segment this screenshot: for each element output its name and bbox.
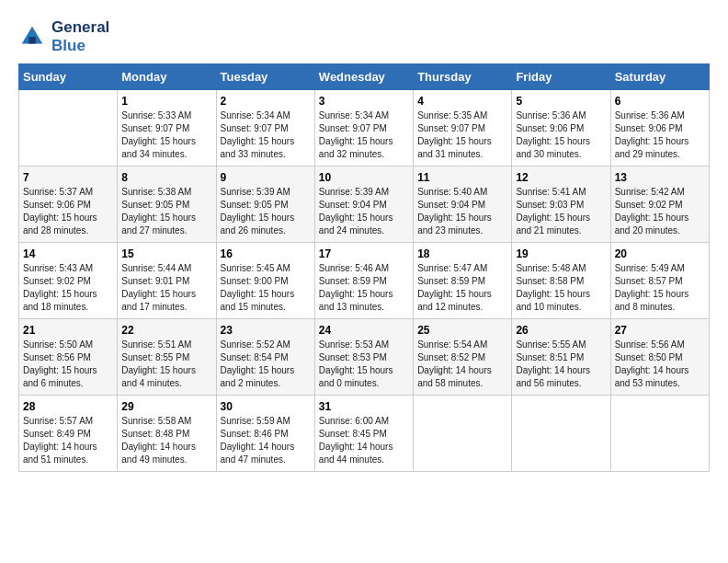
day-number: 10 bbox=[319, 171, 409, 184]
day-number: 23 bbox=[221, 324, 311, 337]
day-info: Sunrise: 5:34 AM Sunset: 9:07 PM Dayligh… bbox=[319, 109, 409, 161]
day-number: 30 bbox=[221, 400, 311, 413]
day-cell: 28Sunrise: 5:57 AM Sunset: 8:49 PM Dayli… bbox=[19, 396, 118, 472]
day-cell: 14Sunrise: 5:43 AM Sunset: 9:02 PM Dayli… bbox=[19, 243, 118, 319]
day-number: 7 bbox=[23, 171, 113, 184]
day-info: Sunrise: 5:56 AM Sunset: 8:50 PM Dayligh… bbox=[615, 339, 705, 390]
day-cell: 5Sunrise: 5:36 AM Sunset: 9:06 PM Daylig… bbox=[512, 90, 610, 167]
week-row-2: 7Sunrise: 5:37 AM Sunset: 9:06 PM Daylig… bbox=[19, 167, 710, 243]
day-cell: 17Sunrise: 5:46 AM Sunset: 8:59 PM Dayli… bbox=[314, 243, 413, 319]
day-number: 8 bbox=[121, 171, 211, 184]
day-cell: 4Sunrise: 5:35 AM Sunset: 9:07 PM Daylig… bbox=[414, 90, 512, 167]
day-cell: 29Sunrise: 5:58 AM Sunset: 8:48 PM Dayli… bbox=[118, 396, 216, 472]
day-cell: 1Sunrise: 5:33 AM Sunset: 9:07 PM Daylig… bbox=[118, 90, 216, 167]
day-cell bbox=[512, 396, 610, 472]
day-cell: 11Sunrise: 5:40 AM Sunset: 9:04 PM Dayli… bbox=[414, 167, 512, 243]
header-cell-tuesday: Tuesday bbox=[216, 64, 314, 90]
day-info: Sunrise: 5:39 AM Sunset: 9:04 PM Dayligh… bbox=[319, 186, 409, 237]
day-info: Sunrise: 5:45 AM Sunset: 9:00 PM Dayligh… bbox=[221, 262, 311, 314]
header-cell-monday: Monday bbox=[118, 64, 216, 90]
day-number: 17 bbox=[319, 247, 409, 260]
day-number: 20 bbox=[615, 247, 705, 260]
day-number: 21 bbox=[23, 324, 113, 337]
header-cell-thursday: Thursday bbox=[414, 64, 512, 90]
day-info: Sunrise: 5:43 AM Sunset: 9:02 PM Dayligh… bbox=[23, 262, 113, 314]
day-cell: 20Sunrise: 5:49 AM Sunset: 8:57 PM Dayli… bbox=[610, 243, 709, 319]
day-cell: 18Sunrise: 5:47 AM Sunset: 8:59 PM Dayli… bbox=[414, 243, 512, 319]
day-number: 29 bbox=[121, 400, 211, 413]
day-info: Sunrise: 5:49 AM Sunset: 8:57 PM Dayligh… bbox=[615, 262, 705, 314]
day-cell: 19Sunrise: 5:48 AM Sunset: 8:58 PM Dayli… bbox=[512, 243, 610, 319]
calendar-body: 1Sunrise: 5:33 AM Sunset: 9:07 PM Daylig… bbox=[19, 90, 710, 472]
page-header: General Blue bbox=[18, 18, 710, 54]
day-info: Sunrise: 5:36 AM Sunset: 9:06 PM Dayligh… bbox=[615, 109, 705, 161]
day-cell: 26Sunrise: 5:55 AM Sunset: 8:51 PM Dayli… bbox=[512, 319, 610, 396]
week-row-1: 1Sunrise: 5:33 AM Sunset: 9:07 PM Daylig… bbox=[19, 90, 710, 167]
day-number: 4 bbox=[417, 95, 507, 108]
day-info: Sunrise: 6:00 AM Sunset: 8:45 PM Dayligh… bbox=[319, 415, 409, 466]
day-cell: 22Sunrise: 5:51 AM Sunset: 8:55 PM Dayli… bbox=[118, 319, 216, 396]
day-cell: 30Sunrise: 5:59 AM Sunset: 8:46 PM Dayli… bbox=[216, 396, 314, 472]
logo-text: General Blue bbox=[51, 18, 109, 54]
day-number: 27 bbox=[615, 324, 705, 337]
day-info: Sunrise: 5:44 AM Sunset: 9:01 PM Dayligh… bbox=[121, 262, 211, 314]
day-info: Sunrise: 5:51 AM Sunset: 8:55 PM Dayligh… bbox=[121, 339, 211, 390]
day-cell: 16Sunrise: 5:45 AM Sunset: 9:00 PM Dayli… bbox=[216, 243, 314, 319]
day-cell bbox=[19, 90, 118, 167]
day-info: Sunrise: 5:36 AM Sunset: 9:06 PM Dayligh… bbox=[516, 109, 606, 161]
day-info: Sunrise: 5:46 AM Sunset: 8:59 PM Dayligh… bbox=[319, 262, 409, 314]
day-cell: 2Sunrise: 5:34 AM Sunset: 9:07 PM Daylig… bbox=[216, 90, 314, 167]
day-cell bbox=[610, 396, 709, 472]
logo: General Blue bbox=[18, 18, 109, 54]
day-cell: 23Sunrise: 5:52 AM Sunset: 8:54 PM Dayli… bbox=[216, 319, 314, 396]
day-number: 11 bbox=[417, 171, 507, 184]
day-info: Sunrise: 5:57 AM Sunset: 8:49 PM Dayligh… bbox=[23, 415, 113, 466]
day-cell: 12Sunrise: 5:41 AM Sunset: 9:03 PM Dayli… bbox=[512, 167, 610, 243]
day-number: 26 bbox=[516, 324, 606, 337]
day-number: 16 bbox=[221, 247, 311, 260]
day-cell: 9Sunrise: 5:39 AM Sunset: 9:05 PM Daylig… bbox=[216, 167, 314, 243]
day-cell: 31Sunrise: 6:00 AM Sunset: 8:45 PM Dayli… bbox=[314, 396, 413, 472]
day-number: 3 bbox=[319, 95, 409, 108]
day-info: Sunrise: 5:33 AM Sunset: 9:07 PM Dayligh… bbox=[121, 109, 211, 161]
day-number: 25 bbox=[417, 324, 507, 337]
day-info: Sunrise: 5:53 AM Sunset: 8:53 PM Dayligh… bbox=[319, 339, 409, 390]
day-number: 14 bbox=[23, 247, 113, 260]
day-info: Sunrise: 5:54 AM Sunset: 8:52 PM Dayligh… bbox=[417, 339, 507, 390]
day-info: Sunrise: 5:35 AM Sunset: 9:07 PM Dayligh… bbox=[417, 109, 507, 161]
day-number: 12 bbox=[516, 171, 606, 184]
day-info: Sunrise: 5:59 AM Sunset: 8:46 PM Dayligh… bbox=[221, 415, 311, 466]
day-cell: 25Sunrise: 5:54 AM Sunset: 8:52 PM Dayli… bbox=[414, 319, 512, 396]
week-row-3: 14Sunrise: 5:43 AM Sunset: 9:02 PM Dayli… bbox=[19, 243, 710, 319]
day-number: 22 bbox=[121, 324, 211, 337]
day-cell: 3Sunrise: 5:34 AM Sunset: 9:07 PM Daylig… bbox=[314, 90, 413, 167]
day-info: Sunrise: 5:34 AM Sunset: 9:07 PM Dayligh… bbox=[221, 109, 311, 161]
day-cell: 8Sunrise: 5:38 AM Sunset: 9:05 PM Daylig… bbox=[118, 167, 216, 243]
svg-rect-2 bbox=[28, 37, 36, 44]
day-info: Sunrise: 5:39 AM Sunset: 9:05 PM Dayligh… bbox=[221, 186, 311, 237]
day-info: Sunrise: 5:55 AM Sunset: 8:51 PM Dayligh… bbox=[516, 339, 606, 390]
day-info: Sunrise: 5:48 AM Sunset: 8:58 PM Dayligh… bbox=[516, 262, 606, 314]
week-row-5: 28Sunrise: 5:57 AM Sunset: 8:49 PM Dayli… bbox=[19, 396, 710, 472]
day-info: Sunrise: 5:40 AM Sunset: 9:04 PM Dayligh… bbox=[417, 186, 507, 237]
day-cell: 24Sunrise: 5:53 AM Sunset: 8:53 PM Dayli… bbox=[314, 319, 413, 396]
day-info: Sunrise: 5:42 AM Sunset: 9:02 PM Dayligh… bbox=[615, 186, 705, 237]
day-cell: 13Sunrise: 5:42 AM Sunset: 9:02 PM Dayli… bbox=[610, 167, 709, 243]
day-number: 31 bbox=[319, 400, 409, 413]
day-number: 1 bbox=[121, 95, 211, 108]
logo-icon bbox=[18, 23, 46, 51]
day-number: 2 bbox=[221, 95, 311, 108]
header-cell-sunday: Sunday bbox=[19, 64, 118, 90]
header-row: SundayMondayTuesdayWednesdayThursdayFrid… bbox=[19, 64, 710, 90]
day-info: Sunrise: 5:58 AM Sunset: 8:48 PM Dayligh… bbox=[121, 415, 211, 466]
day-info: Sunrise: 5:52 AM Sunset: 8:54 PM Dayligh… bbox=[221, 339, 311, 390]
week-row-4: 21Sunrise: 5:50 AM Sunset: 8:56 PM Dayli… bbox=[19, 319, 710, 396]
day-number: 15 bbox=[121, 247, 211, 260]
day-number: 24 bbox=[319, 324, 409, 337]
day-number: 9 bbox=[221, 171, 311, 184]
day-cell: 7Sunrise: 5:37 AM Sunset: 9:06 PM Daylig… bbox=[19, 167, 118, 243]
day-cell bbox=[414, 396, 512, 472]
day-cell: 10Sunrise: 5:39 AM Sunset: 9:04 PM Dayli… bbox=[314, 167, 413, 243]
day-number: 18 bbox=[417, 247, 507, 260]
day-info: Sunrise: 5:50 AM Sunset: 8:56 PM Dayligh… bbox=[23, 339, 113, 390]
